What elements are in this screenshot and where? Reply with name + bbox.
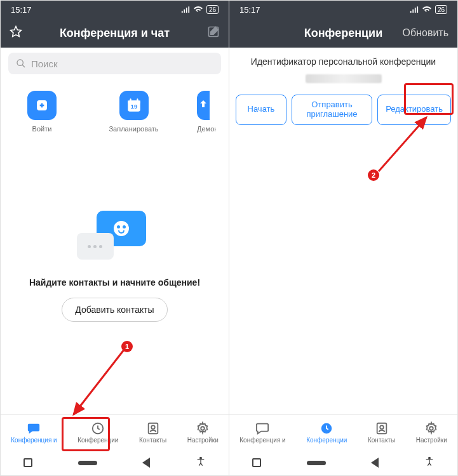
top-bar: Конференции Обновить <box>229 18 457 48</box>
calendar-icon: 19 <box>119 91 149 120</box>
pmi-label: Идентификатор персональной конференции <box>229 56 457 67</box>
share-icon <box>197 91 210 120</box>
button-row: Начать Отправить приглашение Редактирова… <box>229 95 457 125</box>
tab-bar: Конференция и Конференции Контакты Настр… <box>229 414 457 450</box>
wifi-icon <box>194 6 203 13</box>
tab-settings[interactable]: Настройки <box>187 421 219 444</box>
battery-icon: 26 <box>206 5 219 14</box>
search-placeholder: Поиск <box>31 58 58 69</box>
schedule-action[interactable]: 19 Запланировать <box>105 91 163 133</box>
svg-rect-10 <box>137 98 138 102</box>
search-input[interactable]: Поиск <box>8 53 221 74</box>
pmi-value-redacted <box>306 74 382 83</box>
nav-recents[interactable] <box>24 458 32 467</box>
join-label: Войти <box>32 125 52 133</box>
svg-line-20 <box>379 117 426 171</box>
top-bar: Конференция и чат <box>1 18 229 48</box>
star-icon[interactable] <box>10 25 22 41</box>
edit-button[interactable]: Редактировать <box>377 95 451 125</box>
nav-recents[interactable] <box>252 458 261 467</box>
tab-meetings-label: Конференции <box>306 437 347 444</box>
tab-meetings-label: Конференции <box>77 437 118 444</box>
content-area: Идентификатор персональной конференции Н… <box>229 48 457 414</box>
gear-icon <box>196 421 210 435</box>
tab-settings-label: Настройки <box>416 437 447 444</box>
content-area: Поиск Войти 19 Запланировать Демонстр <box>1 48 229 414</box>
annotation-badge-2: 2 <box>368 169 379 181</box>
annotation-badge-1: 1 <box>121 341 133 352</box>
tab-chat[interactable]: Конференция и <box>239 421 285 444</box>
status-bar: 15:17 26 <box>229 1 457 18</box>
add-contacts-button[interactable]: Добавить контакты <box>62 298 167 322</box>
svg-point-25 <box>429 457 431 459</box>
start-button[interactable]: Начать <box>236 95 286 125</box>
phone-left: 15:17 26 Конференция и чат Поиск <box>0 0 229 476</box>
nav-home[interactable] <box>307 461 326 465</box>
clock-icon <box>91 421 105 435</box>
arrow-annotation <box>64 346 134 422</box>
action-row: Войти 19 Запланировать Демонстра <box>1 79 229 139</box>
schedule-label: Запланировать <box>109 125 158 133</box>
tab-bar: Конференция и Конференции Контакты Настр… <box>1 414 229 450</box>
status-right: 26 <box>410 5 447 14</box>
nav-accessibility[interactable] <box>196 456 206 469</box>
nav-accessibility[interactable] <box>424 456 434 469</box>
android-nav <box>229 450 457 475</box>
tab-chat-label: Конференция и <box>239 437 285 444</box>
svg-point-23 <box>380 425 384 429</box>
gear-icon <box>424 421 438 435</box>
battery-icon: 26 <box>435 5 447 14</box>
signal-icon <box>410 6 419 13</box>
chat-illustration <box>1 202 229 260</box>
wifi-icon <box>422 6 431 13</box>
status-time: 15:17 <box>11 5 32 15</box>
nav-home[interactable] <box>78 461 97 465</box>
svg-point-24 <box>429 426 433 430</box>
android-nav <box>1 450 229 475</box>
phone-right: 15:17 26 Конференции Обновить Идентифика… <box>229 0 458 476</box>
nav-back[interactable] <box>142 458 150 468</box>
nav-back[interactable] <box>371 458 379 468</box>
chat-icon <box>27 421 41 435</box>
refresh-button[interactable]: Обновить <box>403 27 448 39</box>
tab-settings-label: Настройки <box>187 437 219 444</box>
contacts-icon <box>146 421 160 435</box>
svg-text:19: 19 <box>130 103 137 110</box>
search-icon <box>16 58 26 69</box>
svg-point-17 <box>201 426 205 430</box>
join-action[interactable]: Войти <box>13 91 71 133</box>
tab-meetings[interactable]: Конференции <box>77 421 118 444</box>
signal-icon <box>181 6 190 13</box>
invite-button[interactable]: Отправить приглашение <box>292 95 372 125</box>
svg-point-16 <box>151 425 155 429</box>
svg-marker-0 <box>11 26 22 36</box>
svg-point-2 <box>17 60 23 65</box>
tab-contacts-label: Контакты <box>368 437 395 444</box>
find-contacts-text: Найдите контакты и начните общение! <box>1 277 229 288</box>
tab-contacts-label: Контакты <box>139 437 166 444</box>
clock-icon <box>320 421 333 435</box>
status-bar: 15:17 26 <box>1 1 229 18</box>
tab-settings[interactable]: Настройки <box>416 421 447 444</box>
svg-line-3 <box>22 65 25 67</box>
contacts-icon <box>375 421 389 435</box>
svg-line-13 <box>74 349 125 414</box>
chat-icon <box>255 421 269 435</box>
tab-meetings[interactable]: Конференции <box>306 421 347 444</box>
status-right: 26 <box>181 5 219 14</box>
tab-chat[interactable]: Конференция и <box>11 421 57 444</box>
share-action[interactable]: Демонстра <box>197 91 216 133</box>
share-label: Демонстра <box>197 125 216 133</box>
bubble-grey <box>77 233 114 260</box>
tab-chat-label: Конференция и <box>11 437 57 444</box>
tab-contacts[interactable]: Контакты <box>368 421 395 444</box>
page-title: Конференция и чат <box>60 27 170 40</box>
svg-point-18 <box>200 457 202 459</box>
svg-rect-9 <box>130 98 131 102</box>
page-title: Конференции <box>304 27 382 40</box>
tab-contacts[interactable]: Контакты <box>139 421 166 444</box>
status-time: 15:17 <box>239 5 260 15</box>
plus-icon <box>27 91 57 120</box>
compose-icon[interactable] <box>207 25 220 41</box>
